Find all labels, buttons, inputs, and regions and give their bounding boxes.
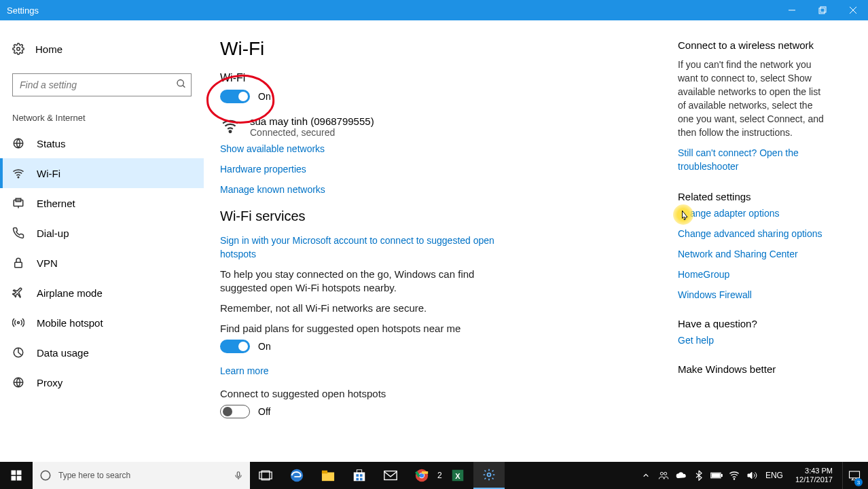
wifi-toggle[interactable]	[220, 90, 250, 103]
link-adapter-options[interactable]: Change adapter options	[678, 208, 848, 219]
sidebar-item-datausage[interactable]: Data usage	[0, 338, 204, 367]
proxy-icon	[12, 376, 24, 388]
taskbar-app-store[interactable]	[344, 462, 375, 489]
svg-rect-10	[14, 200, 23, 206]
link-show-networks[interactable]: Show available networks	[220, 143, 637, 154]
maximize-button[interactable]	[807, 0, 837, 20]
link-network-center[interactable]: Network and Sharing Center	[678, 249, 848, 259]
svg-text:X: X	[455, 472, 460, 480]
link-troubleshooter[interactable]: Still can't connect? Open the troublesho…	[678, 146, 814, 173]
sidebar-item-hotspot[interactable]: Mobile hotspot	[0, 308, 204, 338]
taskbar: Type here to search 2X ENG 3:43 PM 12/17…	[0, 462, 868, 489]
taskbar-app-edge[interactable]	[281, 462, 312, 489]
svg-point-6	[177, 80, 183, 86]
taskbar-app-explorer[interactable]	[312, 462, 344, 489]
sidebar-item-label: Ethernet	[37, 198, 75, 209]
current-network[interactable]: sua may tinh (0968799555) Connected, sec…	[220, 115, 637, 138]
svg-point-14	[18, 322, 20, 324]
gear-icon	[12, 43, 24, 55]
tray-wifi-icon[interactable]	[727, 467, 741, 484]
sidebar-section-label: Network & Internet	[0, 113, 204, 128]
sidebar-item-vpn[interactable]: VPN	[0, 248, 204, 278]
svg-rect-2	[820, 7, 826, 12]
mic-icon	[234, 469, 243, 482]
close-button[interactable]	[837, 0, 868, 20]
link-hardware-properties[interactable]: Hardware properties	[220, 164, 637, 175]
aside-feedback-heading: Make Windows better	[678, 363, 848, 375]
svg-rect-13	[15, 262, 22, 268]
svg-rect-35	[384, 471, 397, 480]
suggested-toggle[interactable]	[220, 405, 250, 418]
tray-time: 3:43 PM	[805, 467, 833, 475]
svg-point-43	[664, 472, 667, 475]
taskbar-app-chrome[interactable]	[406, 462, 437, 489]
search-input[interactable]	[13, 74, 191, 96]
tray-onedrive-icon[interactable]	[674, 467, 688, 484]
status-icon	[12, 137, 24, 149]
minimize-button[interactable]	[776, 0, 807, 20]
aside-connect-body: If you can't find the network you want t…	[678, 58, 827, 139]
wifi-toggle-state: On	[258, 91, 271, 102]
svg-rect-28	[322, 471, 327, 474]
para-remember: Remember, not all Wi-Fi networks are sec…	[220, 302, 519, 315]
aside: Connect to a wireless network If you can…	[678, 20, 868, 462]
svg-point-41	[487, 473, 490, 477]
sidebar-item-wifi[interactable]: Wi-Fi	[0, 158, 204, 188]
svg-point-9	[18, 177, 19, 178]
action-center-button[interactable]: 3	[842, 462, 865, 489]
svg-point-47	[734, 479, 734, 479]
link-sharing-options[interactable]: Change advanced sharing options	[678, 228, 848, 239]
link-manage-known[interactable]: Manage known networks	[220, 184, 637, 195]
sidebar-item-label: Airplane mode	[37, 287, 103, 299]
taskbar-app-excel[interactable]: X	[442, 462, 473, 489]
svg-point-5	[17, 48, 20, 51]
para-help: To help you stay connected on the go, Wi…	[220, 268, 519, 295]
sidebar-item-proxy[interactable]: Proxy	[0, 367, 204, 397]
taskbar-app-mail[interactable]	[375, 462, 406, 489]
sidebar-item-ethernet[interactable]: Ethernet	[0, 188, 204, 218]
sidebar-home[interactable]: Home	[0, 35, 204, 62]
sidebar-search[interactable]	[12, 73, 192, 96]
notif-badge: 3	[854, 478, 863, 486]
tray-bluetooth-icon[interactable]	[692, 467, 706, 484]
start-button[interactable]	[0, 462, 33, 489]
svg-rect-46	[712, 474, 719, 477]
wifi-icon	[12, 167, 24, 179]
ethernet-icon	[12, 197, 24, 209]
tray-clock[interactable]: 3:43 PM 12/17/2017	[790, 467, 838, 484]
svg-point-17	[230, 130, 232, 132]
tray-people-icon[interactable]	[657, 467, 670, 484]
wifi-subheading: Wi-Fi	[220, 72, 637, 84]
tray-battery-icon[interactable]	[710, 467, 723, 484]
svg-rect-20	[12, 476, 16, 481]
svg-rect-29	[354, 472, 365, 481]
svg-rect-34	[360, 478, 363, 481]
taskbar-app-settings[interactable]	[473, 462, 505, 489]
link-homegroup[interactable]: HomeGroup	[678, 269, 848, 280]
task-view-button[interactable]	[250, 462, 281, 489]
svg-rect-21	[17, 476, 22, 481]
dialup-icon	[12, 227, 24, 239]
svg-rect-27	[322, 472, 334, 481]
wifi-signal-icon	[220, 117, 240, 134]
svg-line-7	[183, 86, 185, 88]
tray-language[interactable]: ENG	[763, 471, 786, 480]
taskbar-search[interactable]: Type here to search	[33, 462, 250, 489]
tray-volume-icon[interactable]	[745, 467, 759, 484]
sidebar-item-airplane[interactable]: Airplane mode	[0, 278, 204, 308]
link-get-help[interactable]: Get help	[678, 335, 848, 346]
wifi-services-heading: Wi-Fi services	[220, 209, 637, 224]
sidebar-item-label: Status	[37, 138, 66, 149]
sidebar-home-label: Home	[35, 43, 62, 55]
svg-rect-45	[721, 475, 723, 477]
link-firewall[interactable]: Windows Firewall	[678, 289, 848, 300]
sidebar-item-label: Proxy	[37, 377, 62, 388]
sidebar-item-status[interactable]: Status	[0, 128, 204, 158]
link-learn-more[interactable]: Learn more	[220, 365, 269, 376]
sidebar-item-dialup[interactable]: Dial-up	[0, 218, 204, 248]
svg-point-22	[41, 471, 50, 480]
link-signin-msaccount[interactable]: Sign in with your Microsoft account to c…	[220, 234, 505, 261]
svg-rect-48	[849, 471, 859, 478]
paid-plans-toggle[interactable]	[220, 340, 250, 353]
tray-chevron-up-icon[interactable]	[639, 467, 653, 484]
